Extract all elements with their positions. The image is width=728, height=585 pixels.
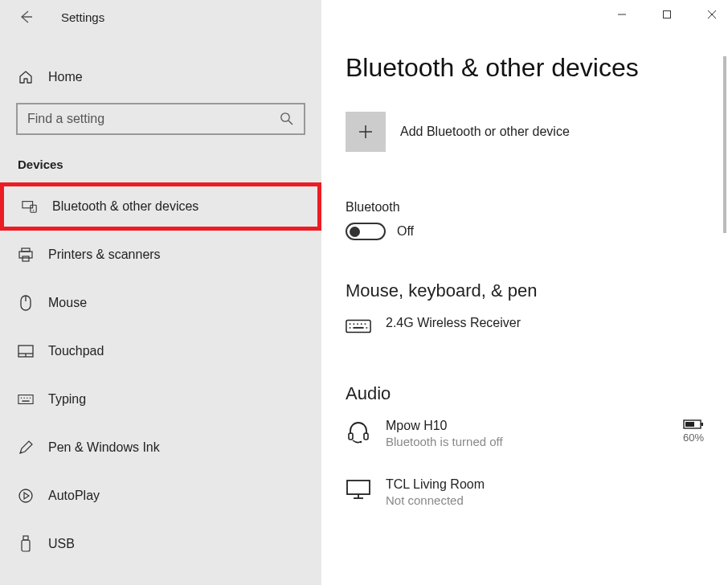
add-device-tile[interactable] [346,112,386,152]
nav-item-autoplay[interactable]: AutoPlay [0,472,321,520]
svg-point-14 [21,397,22,398]
maximize-button[interactable] [656,3,678,26]
svg-point-32 [357,323,358,325]
device-status: Not connected [386,493,704,507]
group-title-audio: Audio [346,383,704,404]
nav-item-usb[interactable]: USB [0,520,321,568]
autoplay-icon [18,488,34,504]
battery-percentage: 60% [683,432,704,444]
svg-point-15 [23,397,24,398]
nav-item-pen-windows-ink[interactable]: Pen & Windows Ink [0,423,321,472]
svg-rect-29 [346,320,370,332]
search-icon [280,112,294,126]
nav-item-touchpad[interactable]: Touchpad [0,327,321,375]
nav-item-label: USB [48,537,75,551]
close-button[interactable] [701,3,723,26]
svg-rect-18 [22,400,29,401]
pen-icon [18,440,34,456]
svg-point-16 [27,397,27,398]
nav-item-label: Printers & scanners [48,248,161,262]
nav-item-bluetooth-other-devices[interactable]: Bluetooth & other devices [0,182,321,231]
svg-rect-5 [22,248,30,252]
svg-rect-13 [18,395,33,404]
device-name: Mpow H10 [386,419,669,433]
nav-item-typing[interactable]: Typing [0,375,321,423]
nav-list: Bluetooth & other devices Printers & sca… [0,182,321,568]
nav-item-label: Typing [48,392,86,407]
nav-home[interactable]: Home [0,58,321,96]
nav-item-label: Pen & Windows Ink [48,440,160,455]
title-bar: Settings [0,6,321,34]
nav-item-mouse[interactable]: Mouse [0,279,321,327]
app-title: Settings [61,10,104,24]
add-device-label: Add Bluetooth or other device [400,125,570,139]
main-content: Bluetooth & other devices Add Bluetooth … [321,0,728,585]
usb-icon [18,535,34,553]
nav-item-printers-scanners[interactable]: Printers & scanners [0,231,321,279]
toggle-knob [350,227,360,237]
bluetooth-toggle-row: Off [346,223,704,240]
svg-rect-39 [364,433,368,440]
window-controls [611,3,723,26]
nav-item-label: Mouse [48,296,87,310]
scrollbar[interactable] [723,56,726,233]
devices-icon [22,199,38,214]
svg-rect-21 [23,536,28,540]
bluetooth-state: Off [397,224,414,239]
device-row[interactable]: 2.4G Wireless Receiver [346,316,704,335]
svg-rect-43 [701,423,703,426]
svg-point-31 [353,323,354,325]
svg-rect-3 [31,205,36,212]
svg-rect-22 [22,540,30,551]
touchpad-icon [18,345,34,358]
svg-rect-42 [685,422,694,427]
back-button[interactable] [16,10,35,24]
printer-icon [18,247,34,263]
nav-item-label: Bluetooth & other devices [52,199,198,214]
svg-rect-6 [19,252,32,258]
svg-point-40 [360,441,362,444]
svg-point-20 [19,489,32,502]
home-icon [18,69,34,85]
plus-icon [357,123,374,141]
svg-line-1 [288,121,292,125]
nav-home-label: Home [48,70,83,84]
section-heading: Devices [0,146,321,182]
device-battery: 60% [683,419,704,444]
svg-point-35 [350,327,351,329]
svg-rect-7 [22,256,29,261]
svg-point-0 [281,113,289,121]
device-row[interactable]: TCL Living Room Not connected [346,477,704,507]
svg-rect-44 [347,481,370,494]
keyboard-icon [18,394,34,405]
nav-item-label: Touchpad [48,344,104,358]
svg-rect-36 [353,327,363,329]
bluetooth-toggle[interactable] [346,223,386,240]
device-status: Bluetooth is turned off [386,435,669,448]
add-device-row[interactable]: Add Bluetooth or other device [346,112,704,152]
svg-rect-38 [349,433,353,440]
svg-point-34 [365,323,366,325]
back-arrow-icon [18,10,33,24]
monitor-icon [346,477,371,500]
svg-point-37 [366,327,367,329]
bluetooth-label: Bluetooth [346,200,704,215]
search-container [16,103,305,135]
device-name: TCL Living Room [386,477,704,492]
headset-icon [346,419,371,444]
sidebar: Settings Home Devices Bluetooth & other … [0,0,321,585]
mouse-icon [18,294,34,312]
svg-point-33 [361,323,362,325]
group-title-mouse-keyboard-pen: Mouse, keyboard, & pen [346,280,704,301]
page-title: Bluetooth & other devices [346,53,704,83]
svg-point-4 [33,210,34,211]
close-icon [707,10,717,19]
keyboard-device-icon [346,316,371,335]
minimize-icon [617,10,627,19]
maximize-icon [662,10,672,19]
nav-item-label: AutoPlay [48,489,100,503]
device-row[interactable]: Mpow H10 Bluetooth is turned off 60% [346,419,704,448]
battery-icon [683,419,704,430]
search-input[interactable] [16,103,305,135]
minimize-button[interactable] [611,3,633,26]
